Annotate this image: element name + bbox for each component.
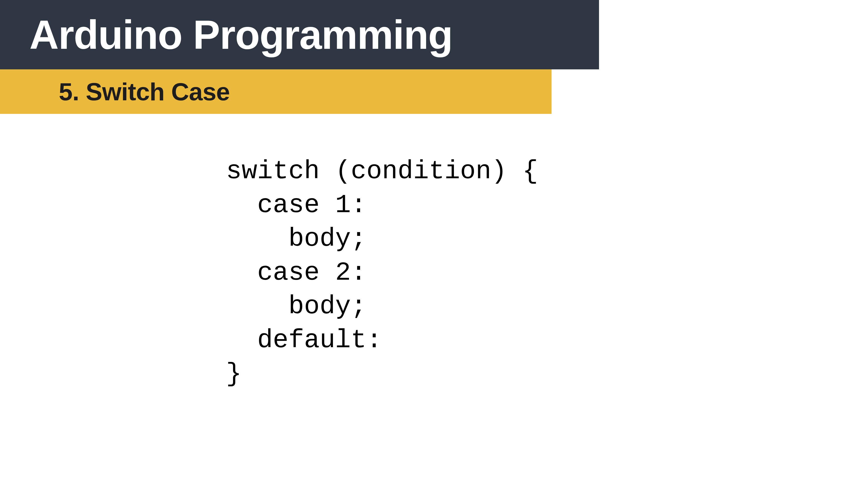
subtitle-bar: 5. Switch Case (0, 69, 552, 114)
code-line: body; (226, 292, 366, 321)
page-title: Arduino Programming (29, 11, 599, 58)
code-line: default: (226, 326, 382, 355)
section-title: 5. Switch Case (59, 77, 552, 106)
code-line: case 1: (226, 191, 366, 220)
code-line: } (226, 359, 242, 389)
code-line: body; (226, 224, 366, 254)
code-line: switch (condition) { (226, 157, 538, 186)
code-line: case 2: (226, 258, 366, 288)
code-snippet: switch (condition) { case 1: body; case … (226, 155, 868, 391)
title-bar: Arduino Programming (0, 0, 599, 69)
